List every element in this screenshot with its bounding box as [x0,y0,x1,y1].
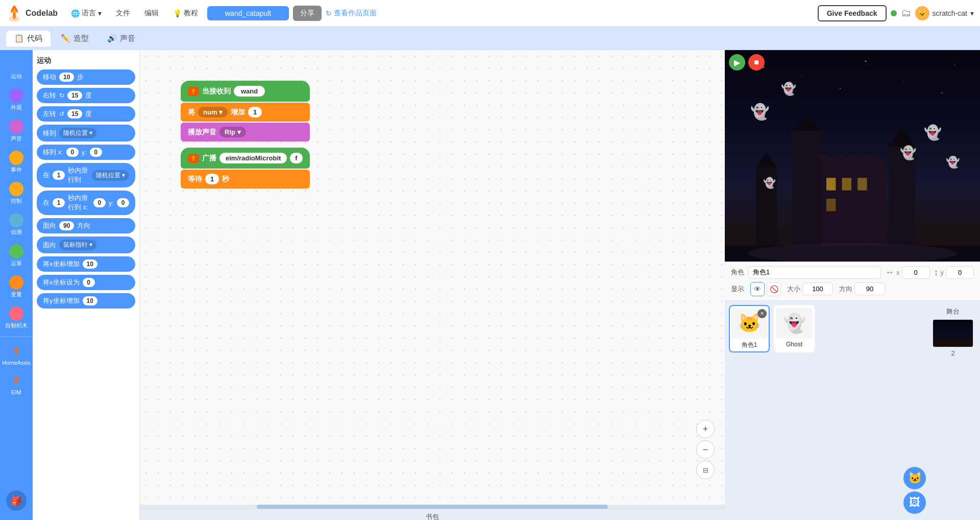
sprite-name-input[interactable] [748,266,881,279]
project-name-input[interactable] [207,6,289,20]
blocks-on-canvas: 当接收到 wand 将 num ▾ 增加 1 播放声音 Rip ▾ [181,81,310,190]
scrollbar-thumb[interactable] [257,505,608,509]
sidebar-item-operators[interactable]: 运算 [2,241,31,270]
stop-button[interactable]: ■ [748,54,765,70]
sidebar-item-myblocks[interactable]: 自制积木 [2,303,31,333]
hide-button[interactable]: 🚫 [767,282,781,296]
folder-icon[interactable]: 🗂 [901,7,911,19]
ghost-sprite-4: 👻 [946,156,960,169]
script-canvas[interactable]: 当接收到 wand 将 num ▾ 增加 1 播放声音 Rip ▾ [140,50,725,505]
sprite-name-ghost: Ghost [786,341,802,348]
operators-dot [9,244,23,258]
size-group: 大小 [787,282,833,295]
eim-dot [9,374,23,388]
sidebar-item-events[interactable]: 事件 [2,148,31,177]
green-flag-button[interactable]: ▶ [729,54,745,70]
block-play-sound[interactable]: 播放声音 Rip ▾ [181,123,310,141]
receive-input[interactable]: wand [234,86,265,97]
sidebar-item-sound[interactable]: 声音 [2,116,31,146]
block-face-direction[interactable]: 面向 90 方向 [37,218,135,233]
block-wait[interactable]: 等待 1 秒 [181,170,310,188]
tab-costume[interactable]: ✏️ 造型 [53,31,97,46]
block-when-receive[interactable]: 当接收到 wand [181,81,310,102]
main-area: 运动 外观 声音 事件 控制 侦测 运算 变量 [0,50,980,520]
stage-thumbnail[interactable] [933,319,973,347]
file-menu-button[interactable]: 文件 [111,7,135,20]
edit-menu-button[interactable]: 编辑 [139,7,164,20]
size-label: 大小 [787,285,800,294]
add-sprite-area: 🐱 🖼 [903,305,926,516]
zoom-in-button[interactable]: + [696,420,715,438]
block-change-var[interactable]: 将 num ▾ 增加 1 [181,103,310,122]
block-goto-random[interactable]: 移到 随机位置 ▾ [37,125,135,141]
tabs-row: 📋 代码 ✏️ 造型 🔊 声音 [0,27,980,50]
size-input[interactable] [802,282,833,295]
show-button[interactable]: 👁 [750,282,765,296]
direction-group: 方向 [839,282,885,295]
wait-input[interactable]: 1 [205,174,219,184]
block-move[interactable]: 移动 10 步 [37,69,135,85]
language-button[interactable]: 🌐 语言 ▾ [66,7,107,20]
block-change-y[interactable]: 将y坐标增加 10 [37,293,135,309]
zoom-reset-button[interactable]: ⊟ [696,461,715,479]
codelab-badge-2 [188,154,199,163]
sidebar-item-sensing[interactable]: 侦测 [2,210,31,239]
sprite-card-1[interactable]: 🐱 ✕ 角色1 [729,305,770,352]
broadcast-channel-input[interactable]: eim/radioMicrobit [219,153,287,163]
y-input[interactable] [946,266,974,279]
stage-area: ▶ ■ ⊞ ⤢ ⛶ [725,50,980,262]
turn-left-icon: ↺ [59,110,64,117]
sound-icon: 🔊 [107,34,117,43]
sidebar-item-variables[interactable]: 变量 [2,272,31,301]
horizontal-scrollbar[interactable] [140,505,725,509]
var-dropdown[interactable]: num ▾ [198,107,228,117]
sidebar-item-looks[interactable]: 外观 [2,85,31,114]
ghost-sprite-3: 👻 [924,124,942,141]
svg-rect-12 [866,154,876,160]
sprite-thumb-1: 🐱 ✕ [731,308,768,339]
block-broadcast[interactable]: 广播 eim/radioMicrobit f [181,148,310,169]
add-backdrop-button[interactable]: 🖼 [903,491,926,514]
block-glide-xy[interactable]: 在 1 秒内滑行到 x: 0 y: 0 [37,191,135,215]
block-face-mouse[interactable]: 面向 鼠标指针 ▾ [37,237,135,253]
category-title: 运动 [37,54,135,69]
x-input[interactable] [902,266,930,279]
view-page-button[interactable]: ↻ 查看作品页面 [326,9,377,18]
block-goto-xy[interactable]: 移到 x: 0 y: 0 [37,145,135,160]
add-sprite-button[interactable]: 🐱 [903,467,926,489]
block-set-x[interactable]: 将x坐标设为 0 [37,275,135,290]
share-button[interactable]: 分享 [293,6,322,21]
sprite-label: 角色 [731,268,744,277]
lightbulb-icon: 💡 [173,9,182,17]
sidebar-item-motion[interactable]: 运动 [2,54,31,83]
tab-code[interactable]: 📋 代码 [6,31,51,46]
ghost-sprite-5: 👻 [900,145,916,161]
sidebar-item-control[interactable]: 控制 [2,179,31,208]
backpack-button[interactable]: 🎒 [6,490,27,511]
zoom-controls: + − ⊟ [696,420,715,479]
sprite-info-row-2: 显示 👁 🚫 大小 方向 [731,282,974,296]
block-change-x[interactable]: 将x坐标增加 10 [37,256,135,272]
dir-input[interactable] [854,282,885,295]
change-amount-input[interactable]: 1 [248,107,262,117]
category-sidebar: 运动 外观 声音 事件 控制 侦测 运算 变量 [0,50,33,520]
sprite-card-ghost[interactable]: 👻 Ghost [774,305,815,352]
tab-sound[interactable]: 🔊 声音 [99,31,143,46]
block-turn-right[interactable]: 右转 ↻ 15 度 [37,88,135,103]
give-feedback-button[interactable]: Give Feedback [818,5,887,21]
block-turn-left[interactable]: 左转 ↺ 15 度 [37,106,135,122]
user-avatar[interactable]: 🐱 scratch-cat ▾ [915,6,974,20]
delete-sprite-1[interactable]: ✕ [757,309,767,318]
tutorial-button[interactable]: 💡 教程 [168,7,203,20]
logo-text: Codelab [26,9,58,18]
stage-thumb-bg [933,320,973,347]
sidebar-item-eim[interactable]: EIM [2,371,31,398]
codelab-icon [11,346,21,357]
zoom-out-button[interactable]: − [696,440,715,459]
chevron-down-icon: ▾ [970,9,974,17]
sidebar-item-homeassist[interactable]: HomeAssis [2,341,31,369]
block-glide-random[interactable]: 在 1 秒内滑行到 随机位置 ▾ [37,163,135,187]
broadcast-value-input[interactable]: f [290,153,302,163]
sprite-thumb-ghost: 👻 [776,308,813,339]
sound-dropdown[interactable]: Rip ▾ [219,127,246,137]
